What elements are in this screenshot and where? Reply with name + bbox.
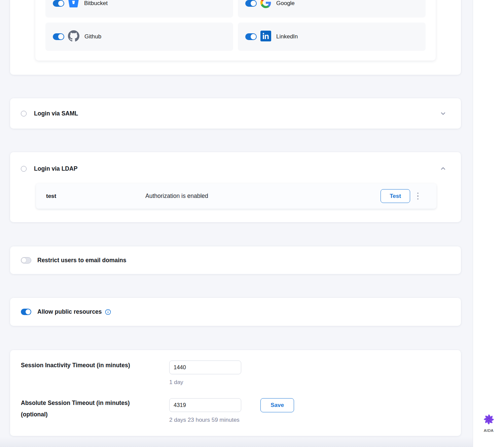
session-inactivity-input[interactable] — [169, 360, 241, 374]
provider-label: Bitbucket — [84, 0, 108, 7]
restrict-email-domains-card: Restrict users to email domains — [10, 246, 461, 274]
google-icon — [260, 0, 271, 9]
linkedin-icon — [260, 31, 271, 43]
bitbucket-toggle[interactable] — [53, 0, 64, 7]
provider-label: Github — [84, 33, 101, 40]
session-inactivity-label: Session Inactivity Timeout (in minutes) — [21, 359, 130, 371]
kebab-menu-icon[interactable] — [415, 183, 421, 209]
session-inactivity-hint: 1 day — [169, 379, 183, 386]
provider-tile-bitbucket: Bitbucket — [45, 0, 233, 18]
provider-label: Google — [276, 0, 295, 7]
restrict-email-domains-toggle[interactable] — [21, 257, 31, 264]
info-icon[interactable] — [105, 309, 111, 315]
restrict-email-domains-label: Restrict users to email domains — [37, 257, 127, 264]
allow-public-resources-toggle[interactable] — [21, 309, 31, 315]
ldap-entry-status: Authorization is enabled — [145, 183, 208, 209]
ldap-section-card: Login via LDAP test Authorization is ena… — [10, 152, 461, 222]
provider-tile-linkedin: LinkedIn — [238, 23, 426, 51]
google-toggle[interactable] — [245, 0, 257, 7]
provider-label: LinkedIn — [276, 33, 298, 40]
ldap-test-button[interactable]: Test — [381, 189, 410, 203]
bitbucket-icon — [68, 0, 79, 9]
saml-radio[interactable] — [21, 111, 27, 116]
absolute-session-label: Absolute Session Timeout (in minutes) (o… — [21, 397, 155, 420]
bottom-fade — [0, 437, 473, 447]
allow-public-resources-card: Allow public resources — [10, 298, 461, 326]
absolute-session-input[interactable] — [169, 398, 241, 412]
brand-label: AIDA — [484, 428, 494, 433]
github-toggle[interactable] — [53, 33, 64, 40]
social-providers-card: Bitbucket Google Github — [10, 0, 461, 75]
chevron-up-icon[interactable] — [439, 165, 450, 172]
ldap-entry-row: test Authorization is enabled Test — [36, 183, 436, 209]
saml-section-card: Login via SAML — [10, 98, 461, 129]
ldap-radio[interactable] — [21, 166, 27, 172]
linkedin-toggle[interactable] — [245, 33, 257, 40]
github-icon — [68, 30, 79, 43]
provider-tile-google: Google — [238, 0, 426, 18]
allow-public-resources-label: Allow public resources — [37, 308, 102, 315]
aida-logo-icon — [483, 413, 495, 427]
brand-block: AIDA — [473, 413, 504, 433]
chevron-down-icon[interactable] — [439, 110, 450, 117]
ldap-section-label: Login via LDAP — [34, 165, 77, 172]
saml-section-label: Login via SAML — [34, 110, 78, 117]
right-rail: AIDA — [473, 0, 504, 447]
session-timeout-card: Session Inactivity Timeout (in minutes) … — [10, 350, 461, 436]
save-button[interactable]: Save — [260, 398, 294, 412]
provider-tile-github: Github — [45, 23, 233, 51]
absolute-session-hint: 2 days 23 hours 59 minutes — [169, 417, 240, 423]
ldap-entry-name: test — [46, 183, 56, 209]
social-providers-panel: Bitbucket Google Github — [35, 0, 436, 61]
